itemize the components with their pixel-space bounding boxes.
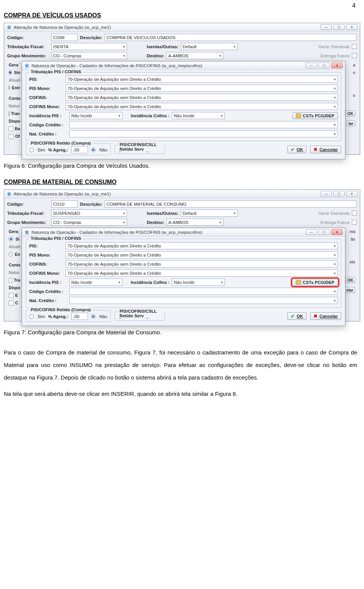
inccofins-select[interactable]: Não Incidir: [172, 112, 225, 119]
cut-left: Gera T: [7, 61, 20, 69]
label-codcredito: Código Crédito :: [29, 289, 67, 294]
cofinsmono-select[interactable]: 70-Operação de Aquisição sem Direito a C…: [66, 269, 338, 277]
pis-select[interactable]: 70-Operação de Aquisição sem Direito a C…: [66, 76, 338, 83]
agreg-field[interactable]: ,00: [71, 146, 88, 153]
minimize-button[interactable]: —: [320, 191, 332, 197]
label-codcredito: Código Crédito :: [29, 123, 67, 127]
label-destino: Destino:: [147, 220, 164, 225]
label-cofinsmono: COFINS Mono:: [29, 271, 63, 276]
pismono-select[interactable]: 70-Operação de Aquisição sem Direito a C…: [66, 85, 338, 92]
heading-fig7: COMPRA DE MATERIAL DE CONSUMO: [0, 176, 364, 188]
label-descricao: Descrição:: [80, 35, 102, 40]
destino-select[interactable]: A-AMBOS: [166, 52, 223, 59]
parent-window-titlebar: Alteração de Natureza de Operação (w_scp…: [4, 190, 360, 198]
cut-left: Sim: [7, 69, 20, 76]
page-number: 4: [0, 0, 364, 9]
gerardemanda-checkbox[interactable]: [352, 211, 357, 216]
maximize-button[interactable]: ☐: [333, 24, 345, 30]
app-icon: [24, 63, 30, 68]
label-descricao: Descrição:: [80, 202, 102, 206]
cofins-select[interactable]: 70-Operação de Aquisição sem Direito a C…: [66, 260, 338, 268]
cut-left: Atualiz: [7, 76, 20, 84]
cut-cancel[interactable]: elar: [345, 287, 355, 293]
label-tribfiscal: Tributação Fiscal:: [7, 211, 49, 216]
cut-ok[interactable]: OK: [345, 277, 355, 283]
cut-left: Nature: [7, 102, 20, 110]
label-cofins: COFINS:: [29, 262, 63, 266]
label-tribfiscal: Tributação Fiscal:: [7, 44, 49, 49]
label-gerardemanda: Gerar Demanda: [318, 211, 350, 216]
label-incpis: Incidência PIS :: [29, 113, 67, 118]
cut-ok[interactable]: OK: [345, 110, 355, 117]
csts-button-highlighted[interactable]: CSTs PCG/DEP: [292, 279, 338, 286]
groupbox-retido-serv: PIS/COFINS/CSLL Retido Serv: [118, 142, 165, 151]
app-icon: [24, 230, 30, 235]
cut-right: ma: [345, 228, 355, 235]
incpis-select[interactable]: Não Incidir: [69, 112, 122, 119]
cut-left: Trans: [7, 110, 20, 117]
cut-left: Conta G: [7, 94, 20, 102]
tribfiscal-select[interactable]: SUSPENSAO: [51, 209, 127, 217]
ok-button[interactable]: ✔OK: [287, 146, 306, 153]
cancel-button[interactable]: ✖Cancelar: [310, 146, 341, 153]
inccofins-select[interactable]: Não Incidir: [172, 279, 225, 286]
cut-left: Entr: [7, 84, 20, 91]
cut-left: Tra: [7, 276, 20, 284]
natcredito-select[interactable]: [69, 130, 338, 137]
codigo-field[interactable]: CO10: [51, 200, 78, 208]
pismono-select[interactable]: 70-Operação de Aquisição sem Direito a C…: [66, 251, 338, 258]
close-button[interactable]: ✕: [346, 24, 358, 30]
entregafutura-checkbox[interactable]: [352, 220, 357, 225]
retido-compra-nao-radio[interactable]: [91, 314, 96, 319]
isentas-select[interactable]: Default: [181, 43, 238, 50]
label-sim: Sim: [38, 148, 45, 152]
label-grupo: Grupo Movimento:: [7, 54, 49, 58]
tribfiscal-select[interactable]: ISENTA: [51, 43, 127, 50]
cut-left: Dispo: [7, 284, 20, 291]
ok-button[interactable]: ✔OK: [287, 312, 306, 320]
groupbox-retido-serv: PIS/COFINS/CSLL Retido Serv: [118, 309, 165, 318]
natcredito-select[interactable]: [69, 297, 338, 304]
cofins-select[interactable]: 70-Operação de Aquisição sem Direito a C…: [66, 94, 338, 101]
groupbox-title: Tributação PIS / COFINS: [29, 69, 83, 74]
entregafutura-checkbox[interactable]: [352, 53, 357, 58]
label-gerardemanda: Gerar Demanda: [318, 44, 350, 49]
pis-select[interactable]: 70-Operação de Aquisição sem Direito a C…: [66, 242, 338, 249]
cancel-button[interactable]: ✖Cancelar: [310, 312, 341, 320]
codigo-field[interactable]: CO08: [51, 34, 78, 41]
label-grupo: Grupo Movimento:: [7, 220, 49, 225]
destino-select[interactable]: A-AMBOS: [166, 219, 223, 226]
minimize-button[interactable]: —: [320, 24, 332, 30]
descricao-field[interactable]: COMPRA DE VEICULOS USADOS: [105, 34, 357, 41]
descricao-field[interactable]: COMPRA DE MATERIAL DE CONSUMO: [105, 200, 357, 208]
minimize-button[interactable]: —: [306, 229, 317, 235]
label-entregafutura: Entrega Futura: [320, 220, 350, 225]
incpis-select[interactable]: Não Incidir: [69, 279, 122, 286]
close-button[interactable]: ✕: [346, 191, 358, 197]
retido-compra-sim-radio[interactable]: [29, 314, 34, 319]
cut-left: Ba: [7, 125, 20, 132]
minimize-button[interactable]: —: [306, 63, 317, 68]
label-cofins: COFINS:: [29, 95, 63, 100]
csts-button[interactable]: CSTs PCG/DEP: [292, 112, 338, 119]
maximize-button[interactable]: ☐: [333, 191, 345, 197]
maximize-button[interactable]: ☐: [318, 229, 330, 235]
isentas-select[interactable]: Default: [181, 209, 238, 217]
gerardemanda-checkbox[interactable]: [352, 44, 357, 49]
cut-cancel[interactable]: lar: [347, 120, 355, 126]
label-nao: Não: [99, 314, 107, 319]
close-button[interactable]: ✕: [331, 229, 343, 235]
close-button[interactable]: ✕: [331, 63, 343, 68]
agreg-field[interactable]: ,00: [71, 313, 88, 320]
label-pis: PIS:: [29, 77, 63, 82]
cut-left: Of: [7, 132, 20, 140]
cofinsmono-select[interactable]: 70-Operação de Aquisição sem Direito a C…: [66, 103, 338, 110]
retido-compra-sim-radio[interactable]: [29, 148, 34, 152]
maximize-button[interactable]: ☐: [318, 63, 330, 68]
grupo-select[interactable]: CO - Compras: [51, 219, 127, 226]
codcredito-select[interactable]: [69, 288, 338, 295]
codcredito-select[interactable]: [69, 121, 338, 128]
grupo-select[interactable]: CO - Compras: [51, 52, 127, 59]
label-agreg: % Agreg.:: [48, 314, 68, 319]
retido-compra-nao-radio[interactable]: [91, 148, 96, 152]
